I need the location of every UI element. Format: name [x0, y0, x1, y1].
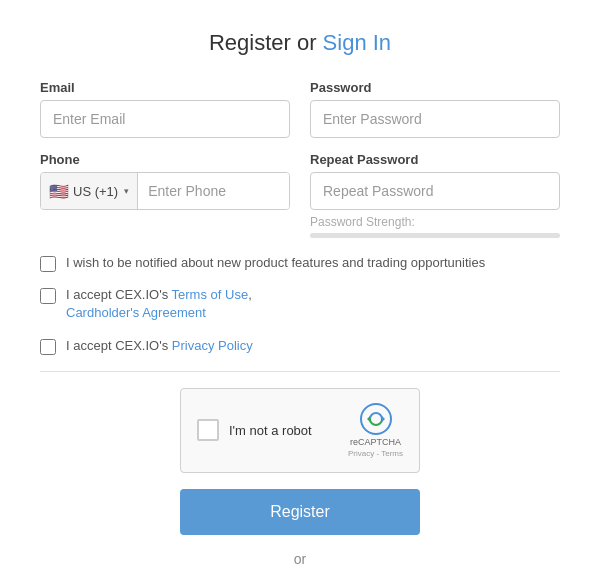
page-header: Register or Sign In [40, 30, 560, 56]
repeat-password-label: Repeat Password [310, 152, 560, 167]
captcha-left: I'm not a robot [197, 419, 312, 441]
captcha-checkbox[interactable] [197, 419, 219, 441]
page-title: Register or Sign In [40, 30, 560, 56]
captcha-area: I'm not a robot reCAPTCHA Privacy - Term… [40, 388, 560, 473]
strength-bar-background [310, 233, 560, 238]
register-button[interactable]: Register [180, 489, 420, 535]
notify-checkbox-item: I wish to be notified about new product … [40, 254, 560, 272]
password-group: Password [310, 80, 560, 138]
notify-checkbox[interactable] [40, 256, 56, 272]
phone-country-selector[interactable]: 🇺🇸 US (+1) ▾ [41, 173, 138, 209]
terms-of-use-link[interactable]: Terms of Use [172, 287, 249, 302]
password-label: Password [310, 80, 560, 95]
recaptcha-links: Privacy - Terms [348, 449, 403, 458]
email-group: Email [40, 80, 290, 138]
phone-input[interactable] [138, 173, 289, 209]
phone-input-row: 🇺🇸 US (+1) ▾ [40, 172, 290, 210]
email-label: Email [40, 80, 290, 95]
privacy-label: I accept CEX.IO's Privacy Policy [66, 337, 253, 355]
password-input[interactable] [310, 100, 560, 138]
cardholder-agreement-link[interactable]: Cardholder's Agreement [66, 305, 206, 320]
phone-label: Phone [40, 152, 290, 167]
email-input[interactable] [40, 100, 290, 138]
password-strength-section: Password Strength: [310, 215, 560, 238]
flag-icon: 🇺🇸 [49, 182, 69, 201]
separator [40, 371, 560, 372]
or-divider: or [40, 551, 560, 567]
recaptcha-brand: reCAPTCHA [350, 437, 401, 447]
captcha-text: I'm not a robot [229, 423, 312, 438]
terms-label: I accept CEX.IO's Terms of Use, Cardhold… [66, 286, 252, 322]
repeat-password-group: Repeat Password Password Strength: [310, 152, 560, 238]
notify-label: I wish to be notified about new product … [66, 254, 485, 272]
phone-group: Phone 🇺🇸 US (+1) ▾ [40, 152, 290, 238]
recaptcha-logo-icon [360, 403, 392, 435]
svg-point-0 [361, 404, 391, 434]
checkbox-section: I wish to be notified about new product … [40, 254, 560, 355]
terms-checkbox[interactable] [40, 288, 56, 304]
page-container: Register or Sign In Email Password Phone… [0, 0, 600, 573]
svg-marker-2 [367, 416, 370, 422]
privacy-checkbox[interactable] [40, 339, 56, 355]
privacy-checkbox-item: I accept CEX.IO's Privacy Policy [40, 337, 560, 355]
captcha-box[interactable]: I'm not a robot reCAPTCHA Privacy - Term… [180, 388, 420, 473]
privacy-policy-link[interactable]: Privacy Policy [172, 338, 253, 353]
signin-link[interactable]: Sign In [323, 30, 392, 55]
phone-country-label: US (+1) [73, 184, 118, 199]
terms-checkbox-item: I accept CEX.IO's Terms of Use, Cardhold… [40, 286, 560, 322]
repeat-password-input[interactable] [310, 172, 560, 210]
svg-marker-1 [382, 416, 385, 422]
strength-label: Password Strength: [310, 215, 560, 229]
chevron-down-icon: ▾ [124, 186, 129, 196]
captcha-right: reCAPTCHA Privacy - Terms [348, 403, 403, 458]
